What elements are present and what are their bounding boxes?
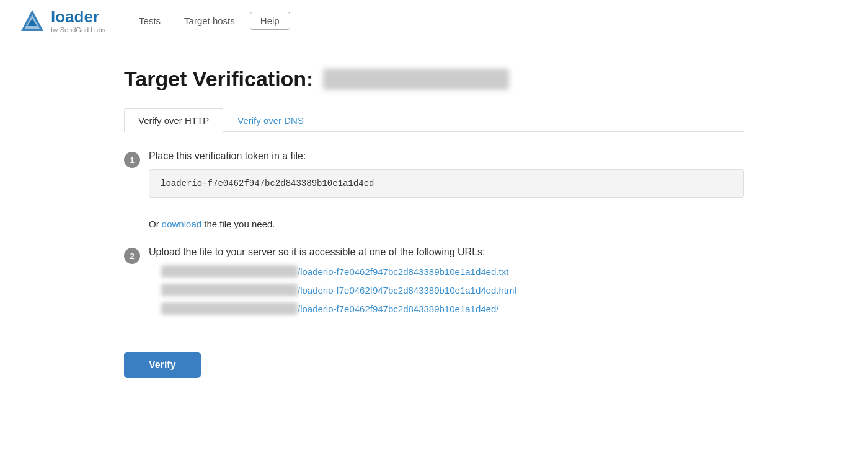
page-title-hostname (323, 69, 509, 90)
logo-icon (19, 7, 46, 35)
page-title-prefix: Target Verification: (124, 67, 313, 91)
url-list: /loaderio-f7e0462f947bc2d843389b10e1a1d4… (149, 265, 744, 315)
verify-button[interactable]: Verify (124, 352, 201, 378)
logo-name: loader (51, 8, 105, 26)
step-1: 1 Place this verification token in a fil… (124, 151, 744, 206)
nav-target-hosts[interactable]: Target hosts (175, 12, 244, 30)
list-item: /loaderio-f7e0462f947bc2d843389b10e1a1d4… (161, 284, 744, 296)
list-item: /loaderio-f7e0462f947bc2d843389b10e1a1d4… (161, 265, 744, 278)
tab-verify-dns[interactable]: Verify over DNS (223, 108, 318, 132)
token-box[interactable]: loaderio-f7e0462f947bc2d843389b10e1a1d4e… (149, 169, 744, 198)
step-2-number: 2 (124, 248, 140, 264)
navbar-nav: Tests Target hosts Help (130, 12, 290, 30)
step-1-number: 1 (124, 152, 140, 168)
url-blurred-2 (161, 284, 298, 296)
download-suffix: the file you need. (202, 219, 275, 229)
nav-help-button[interactable]: Help (250, 12, 290, 30)
step-2-content: Upload the file to your server so it is … (149, 247, 744, 321)
url-path-3[interactable]: /loaderio-f7e0462f947bc2d843389b10e1a1d4… (298, 304, 498, 314)
logo-link[interactable]: loader by SendGrid Labs (19, 7, 105, 35)
url-path-1[interactable]: /loaderio-f7e0462f947bc2d843389b10e1a1d4… (298, 266, 508, 277)
download-prefix: Or (149, 219, 162, 229)
nav-tests[interactable]: Tests (130, 12, 169, 30)
step-1-content: Place this verification token in a file:… (149, 151, 744, 206)
page-title: Target Verification: (124, 67, 744, 91)
url-blurred-3 (161, 302, 298, 315)
tab-verify-http[interactable]: Verify over HTTP (124, 108, 223, 132)
logo-sub: by SendGrid Labs (51, 26, 105, 33)
download-link[interactable]: download (162, 219, 202, 229)
url-blurred-1 (161, 265, 298, 278)
navbar: loader by SendGrid Labs Tests Target hos… (0, 0, 868, 42)
url-path-2[interactable]: /loaderio-f7e0462f947bc2d843389b10e1a1d4… (298, 285, 516, 296)
tabs-container: Verify over HTTP Verify over DNS (124, 108, 744, 132)
step-2-label: Upload the file to your server so it is … (149, 247, 744, 258)
step-2: 2 Upload the file to your server so it i… (124, 247, 744, 321)
list-item: /loaderio-f7e0462f947bc2d843389b10e1a1d4… (161, 302, 744, 315)
step-1-label: Place this verification token in a file: (149, 151, 744, 162)
main-content: Target Verification: Verify over HTTP Ve… (93, 42, 775, 415)
download-line: Or download the file you need. (149, 219, 744, 229)
